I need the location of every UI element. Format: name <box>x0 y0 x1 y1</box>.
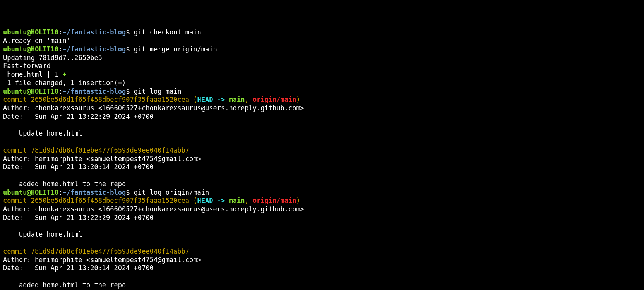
prompt-path: ~/fantastic-blog <box>63 88 126 95</box>
commit-author: Author: hemimorphite <samueltempest4754@… <box>3 256 201 264</box>
user-host: ubuntu@HOLIT10 <box>3 88 58 95</box>
commit-author: Author: chonkarexsaurus <166600527+chonk… <box>3 104 304 112</box>
commit-date: Date: Sun Apr 21 13:20:14 2024 +0700 <box>3 163 154 171</box>
commit-message: added home.html to the repo <box>3 281 126 289</box>
commit-header: commit 2650be5d6d1f65f458dbecf907f35faaa… <box>3 197 300 204</box>
commit-header: commit 781d9d7db8cf01ebe477f6593de9ee040… <box>3 247 189 255</box>
branch-origin: origin/main <box>253 96 296 103</box>
commit-message: Update home.html <box>3 129 82 137</box>
user-host: ubuntu@HOLIT10 <box>3 189 58 196</box>
output-line: 1 file changed, 1 insertion(+) <box>3 79 126 87</box>
user-host: ubuntu@HOLIT10 <box>3 28 58 36</box>
prompt-line: ubuntu@HOLIT10:~/fantastic-blog$ git log… <box>3 189 209 196</box>
commit-hash: 2650be5d6d1f65f458dbecf907f35faaa1520cea <box>31 96 189 103</box>
prompt-path: ~/fantastic-blog <box>63 189 126 196</box>
head-ref: HEAD -> <box>197 197 229 204</box>
command-text: git checkout main <box>134 28 201 36</box>
commit-author: Author: hemimorphite <samueltempest4754@… <box>3 155 201 163</box>
branch-main: main <box>229 96 245 103</box>
output-line: Already on 'main' <box>3 37 70 45</box>
plus-icon: + <box>63 70 67 78</box>
commit-hash: 2650be5d6d1f65f458dbecf907f35faaa1520cea <box>31 197 189 204</box>
prompt-line: ubuntu@HOLIT10:~/fantastic-blog$ git che… <box>3 28 201 36</box>
commit-author: Author: chonkarexsaurus <166600527+chonk… <box>3 205 304 213</box>
commit-header: commit 2650be5d6d1f65f458dbecf907f35faaa… <box>3 96 300 103</box>
commit-date: Date: Sun Apr 21 13:22:29 2024 +0700 <box>3 113 154 120</box>
commit-date: Date: Sun Apr 21 13:22:29 2024 +0700 <box>3 214 154 221</box>
user-host: ubuntu@HOLIT10 <box>3 45 58 53</box>
commit-hash: 781d9d7db8cf01ebe477f6593de9ee040f14abb7 <box>31 247 189 255</box>
diffstat-line: home.html | 1 + <box>3 70 67 78</box>
output-line: Fast-forward <box>3 62 51 70</box>
prompt-line: ubuntu@HOLIT10:~/fantastic-blog$ git mer… <box>3 45 217 53</box>
commit-header: commit 781d9d7db8cf01ebe477f6593de9ee040… <box>3 146 189 154</box>
commit-hash: 781d9d7db8cf01ebe477f6593de9ee040f14abb7 <box>31 146 189 154</box>
commit-date: Date: Sun Apr 21 13:20:14 2024 +0700 <box>3 264 154 272</box>
branch-origin: origin/main <box>253 197 296 204</box>
commit-message: Update home.html <box>3 230 82 238</box>
commit-message: added home.html to the repo <box>3 180 126 188</box>
branch-main: main <box>229 197 245 204</box>
head-ref: HEAD -> <box>197 96 229 103</box>
prompt-line: ubuntu@HOLIT10:~/fantastic-blog$ git log… <box>3 88 182 95</box>
output-line: Updating 781d9d7..2650be5 <box>3 54 102 62</box>
prompt-path: ~/fantastic-blog <box>63 28 126 36</box>
command-text: git log main <box>134 88 182 95</box>
terminal-output[interactable]: ubuntu@HOLIT10:~/fantastic-blog$ git che… <box>3 28 641 290</box>
command-text: git merge origin/main <box>134 45 217 53</box>
prompt-path: ~/fantastic-blog <box>63 45 126 53</box>
command-text: git log origin/main <box>134 189 209 196</box>
